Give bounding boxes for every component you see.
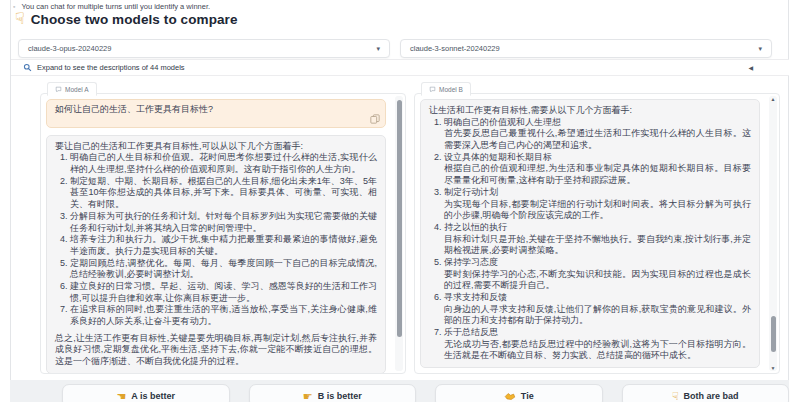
list-item-body: 要时刻保持学习的心态,不断充实知识和技能。因为实现目标的过程也是成长的过程,需要… [444, 269, 751, 292]
page-title: Choose two models to compare [31, 12, 238, 27]
model-a-response-intro: 要让自己的生活和工作更具有目标性,可以从以下几个方面着手: [55, 141, 377, 153]
instructions-note: ◦ You can chat for multiple turns until … [13, 2, 210, 11]
list-item-body: 向身边的人寻求支持和反馈,让他们了解你的目标,获取宝贵的意见和建议。外部的压力和… [444, 304, 751, 327]
tab-model-a: Model A [47, 82, 97, 96]
list-item-title: 寻求支持和反馈 [444, 292, 751, 304]
model-descriptions-accordion[interactable]: Expand to see the descriptions of 44 mod… [11, 59, 789, 76]
chatbot-panel-a: 如何让自己的生活、工作更具有目标性? 要让自己的生活和工作更具有目标性,可以从以… [40, 93, 406, 374]
a-is-better-button[interactable]: ☚A is better [62, 384, 230, 402]
note-text: You can chat for multiple turns until yo… [21, 2, 210, 11]
vote-button-label: Tie [521, 391, 534, 401]
list-item: 分解目标为可执行的任务和计划。针对每个目标罗列出为实现它需要做的关键任务和行动计… [70, 211, 377, 234]
scrollbar-thumb[interactable] [771, 316, 776, 352]
chevron-down-icon[interactable]: ▾ [376, 45, 380, 53]
list-item: 建立良好的日常习惯。早起、运动、阅读、学习、感恩等良好的生活和工作习惯,可以提升… [70, 281, 377, 304]
user-message-text: 如何让自己的生活、工作更具有目标性? [55, 104, 213, 114]
list-item-body: 根据自己的价值观和理想,为生活和事业制定具体的短期和长期目标。目标要尽量量化和可… [444, 163, 751, 186]
model-a-list: 明确自己的人生目标和价值观。花时间思考你想要过什么样的生活,实现什么样的人生理想… [55, 152, 377, 327]
model-a-response-outro: 总之,让生活工作更有目标性,关键是要先明确目标,再制定计划,然后专注执行,并养成… [55, 333, 377, 368]
list-item-title: 乐于总结反思 [444, 327, 751, 339]
list-item-title: 制定行动计划 [444, 187, 751, 199]
point-left-icon: ☚ [116, 391, 126, 402]
list-item: 寻求支持和反馈向身边的人寻求支持和反馈,让他们了解你的目标,获取宝贵的意见和建议… [444, 292, 751, 327]
chat-icon [55, 86, 62, 93]
chat-icon [429, 86, 436, 93]
b-is-better-button[interactable]: ☛B is better [249, 384, 417, 402]
list-item-title: 持之以恒的执行 [444, 222, 751, 234]
model-b-dropdown-value: claude-3-sonnet-20240229 [410, 44, 500, 53]
user-message-bubble: 如何让自己的生活、工作更具有目标性? [46, 99, 386, 128]
list-item: 制定短期、中期、长期目标。根据自己的人生目标,细化出未来1年、3年、5年甚至10… [70, 176, 377, 211]
list-item: 定期回顾总结,调整优化。每周、每月、每季度回顾一下自己的目标完成情况,总结经验教… [70, 258, 377, 281]
list-item: 保持学习态度要时刻保持学习的心态,不断充实知识和技能。因为实现目标的过程也是成长… [444, 257, 751, 292]
tie-button[interactable]: Tie [435, 384, 603, 402]
vote-button-label: Both are bad [684, 391, 739, 401]
list-item-body: 无论成功与否,都要总结反思过程中的经验教训,这将为下一个目标指明方向。生活就是在… [444, 339, 751, 362]
model-a-dropdown-value: claude-3-opus-20240229 [28, 44, 111, 53]
vote-button-row: ☚A is better☛B is betterTie☟Both are bad [62, 384, 789, 402]
model-select-row: claude-3-opus-20240229 ▾ claude-3-sonnet… [18, 39, 772, 58]
tab-model-b-label: Model B [439, 86, 463, 93]
list-item-title: 设立具体的短期和长期目标 [444, 152, 751, 164]
point-down-icon: ☟ [15, 11, 25, 27]
list-item: 设立具体的短期和长期目标根据自己的价值观和理想,为生活和事业制定具体的短期和长期… [444, 152, 751, 187]
chatbot-panel-b: 让生活和工作更有目标性,需要从以下几个方面着手: 明确自己的价值观和人生理想首先… [414, 93, 780, 374]
list-item-body: 首先要反思自己最重视什么,希望通过生活和工作实现什么样的人生目标。这需要深入思考… [444, 128, 751, 151]
list-item: 培养专注力和执行力。减少干扰,集中精力把最重要和最紧迫的事情做好,避免半途而废。… [70, 234, 377, 257]
scrollbar-thumb[interactable] [397, 100, 402, 337]
tab-model-a-label: Model A [65, 86, 89, 93]
model-a-dropdown[interactable]: claude-3-opus-20240229 ▾ [18, 39, 390, 58]
tab-model-b: Model B [421, 82, 471, 96]
list-item-title: 明确自己的价值观和人生理想 [444, 117, 751, 129]
scroll-up-icon[interactable]: ▲ [769, 96, 777, 102]
both-are-bad-button[interactable]: ☟Both are bad [622, 384, 790, 402]
copy-icon[interactable] [370, 114, 380, 124]
list-item: 持之以恒的执行目标和计划只是开始,关键在于坚持不懈地执行。要自我约束,按计划行事… [444, 222, 751, 257]
handshake-icon [504, 392, 516, 401]
scrollbar[interactable] [395, 96, 403, 371]
accordion-label: Expand to see the descriptions of 44 mod… [37, 63, 185, 72]
model-b-response-intro: 让生活和工作更有目标性,需要从以下几个方面着手: [429, 105, 751, 117]
list-item: 在追求目标的同时,也要注重生活的平衡,适当放松,享受当下,关注身心健康,维系良好… [70, 304, 377, 327]
list-item: 制定行动计划为实现每个目标,都要制定详细的行动计划和时间表。将大目标分解为可执行… [444, 187, 751, 222]
vote-button-label: A is better [131, 391, 175, 401]
list-item: 乐于总结反思无论成功与否,都要总结反思过程中的经验教训,这将为下一个目标指明方向… [444, 327, 751, 362]
vote-button-label: B is better [318, 391, 362, 401]
model-b-list: 明确自己的价值观和人生理想首先要反思自己最重视什么,希望通过生活和工作实现什么样… [429, 117, 751, 362]
thumbs-down-icon: ☟ [672, 391, 679, 402]
model-b-dropdown[interactable]: claude-3-sonnet-20240229 ▾ [400, 39, 772, 58]
list-item: 明确自己的价值观和人生理想首先要反思自己最重视什么,希望通过生活和工作实现什么样… [444, 117, 751, 152]
scrollbar[interactable]: ▲ ▼ [769, 96, 777, 371]
point-right-icon: ☛ [303, 391, 313, 402]
chevron-left-icon[interactable]: ◀ [748, 64, 753, 71]
chevron-down-icon[interactable]: ▾ [758, 45, 762, 53]
model-b-response-bubble: 让生活和工作更有目标性,需要从以下几个方面着手: 明确自己的价值观和人生理想首先… [420, 99, 760, 368]
page-header: ☟ Choose two models to compare [15, 11, 238, 27]
list-item-title: 保持学习态度 [444, 257, 751, 269]
scroll-down-icon[interactable]: ▼ [769, 365, 777, 371]
list-item-body: 为实现每个目标,都要制定详细的行动计划和时间表。将大目标分解为可执行的小步骤,明… [444, 199, 751, 222]
search-icon [23, 63, 32, 72]
model-a-response-bubble: 要让自己的生活和工作更具有目标性,可以从以下几个方面着手: 明确自己的人生目标和… [46, 135, 386, 374]
list-item: 明确自己的人生目标和价值观。花时间思考你想要过什么样的生活,实现什么样的人生理想… [70, 152, 377, 175]
list-item-body: 目标和计划只是开始,关键在于坚持不懈地执行。要自我约束,按计划行事,并定期检视进… [444, 234, 751, 257]
